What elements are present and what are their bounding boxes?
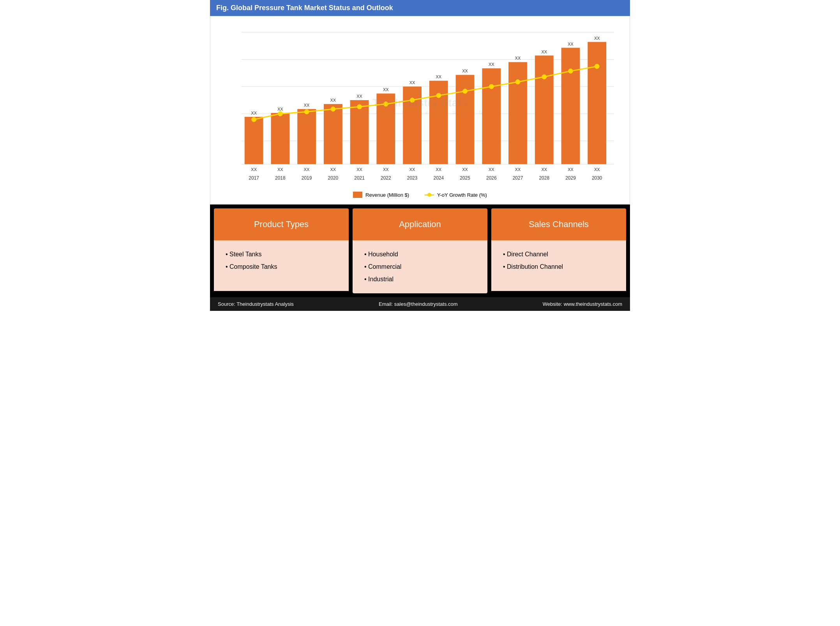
product-types-body: Steel Tanks Composite Tanks (214, 240, 349, 291)
legend-line: Y-oY Growth Rate (%) (425, 192, 487, 198)
svg-point-62 (252, 117, 256, 122)
svg-text:XX: XX (409, 80, 415, 85)
svg-text:XX: XX (462, 69, 468, 73)
info-section: Product Types Steel Tanks Composite Tank… (210, 205, 630, 297)
svg-text:2025: 2025 (460, 175, 470, 181)
svg-point-72 (515, 79, 520, 84)
svg-text:XX: XX (409, 167, 415, 172)
svg-text:XX: XX (489, 62, 494, 67)
svg-rect-42 (482, 68, 501, 164)
header-title: Fig. Global Pressure Tank Market Status … (216, 4, 393, 12)
sales-channels-list: Direct Channel Distribution Channel (503, 248, 614, 273)
svg-text:XX: XX (594, 167, 600, 172)
svg-text:XX: XX (356, 167, 362, 172)
svg-text:2024: 2024 (434, 175, 444, 181)
application-card: Application Household Commercial Industr… (353, 208, 487, 293)
svg-text:XX: XX (277, 167, 283, 172)
svg-point-69 (436, 93, 441, 98)
list-item: Direct Channel (503, 248, 614, 261)
svg-text:XX: XX (568, 42, 574, 46)
svg-text:XX: XX (330, 167, 336, 172)
svg-text:2020: 2020 (328, 175, 339, 181)
list-item: Household (364, 248, 476, 261)
sales-channels-card: Sales Channels Direct Channel Distributi… (491, 208, 626, 293)
svg-text:XX: XX (541, 167, 547, 172)
list-item: Commercial (364, 261, 476, 273)
svg-point-73 (542, 74, 547, 79)
svg-text:XX: XX (304, 167, 310, 172)
chart-area: The Industry Stats m a r k e t r e s e a… (218, 24, 622, 188)
svg-rect-6 (245, 117, 263, 164)
footer-email: Email: sales@theindustrystats.com (379, 301, 458, 307)
svg-point-71 (489, 84, 494, 89)
svg-rect-54 (561, 48, 580, 164)
svg-text:XX: XX (277, 107, 283, 111)
svg-point-67 (383, 102, 388, 106)
svg-rect-58 (588, 42, 606, 164)
svg-rect-46 (508, 62, 527, 164)
svg-rect-50 (535, 56, 554, 164)
svg-text:XX: XX (541, 49, 547, 54)
svg-text:XX: XX (383, 87, 389, 92)
application-header: Application (353, 208, 487, 240)
sales-channels-header: Sales Channels (491, 208, 626, 240)
svg-point-66 (357, 104, 362, 109)
svg-point-64 (304, 109, 309, 114)
svg-point-74 (568, 69, 573, 73)
svg-text:XX: XX (515, 56, 521, 60)
main-chart-svg: XX XX 2017 XX XX 2018 XX XX 2019 XX XX 2… (218, 24, 622, 188)
svg-point-70 (463, 89, 468, 93)
list-item: Industrial (364, 273, 476, 286)
svg-text:2021: 2021 (354, 175, 365, 181)
list-item: Composite Tanks (226, 261, 337, 273)
svg-rect-22 (350, 100, 369, 164)
svg-text:XX: XX (251, 167, 257, 172)
svg-rect-14 (297, 109, 316, 164)
legend-line-label: Y-oY Growth Rate (%) (437, 192, 487, 198)
svg-text:2019: 2019 (302, 175, 312, 181)
svg-text:XX: XX (515, 167, 521, 172)
svg-point-75 (595, 64, 599, 69)
product-types-list: Steel Tanks Composite Tanks (226, 248, 337, 273)
svg-text:XX: XX (462, 167, 468, 172)
svg-text:XX: XX (436, 74, 442, 79)
svg-text:2026: 2026 (486, 175, 497, 181)
legend-bar-label: Revenue (Million $) (365, 192, 409, 198)
legend-bar: Revenue (Million $) (353, 192, 409, 198)
svg-text:2029: 2029 (565, 175, 576, 181)
application-body: Household Commercial Industrial (353, 240, 487, 293)
svg-text:2028: 2028 (539, 175, 549, 181)
list-item: Steel Tanks (226, 248, 337, 261)
svg-text:XX: XX (436, 167, 442, 172)
svg-text:XX: XX (594, 36, 600, 41)
svg-text:2017: 2017 (249, 175, 259, 181)
footer-website: Website: www.theindustrystats.com (543, 301, 622, 307)
svg-text:2022: 2022 (381, 175, 391, 181)
legend-bar-color (353, 192, 362, 198)
chart-legend: Revenue (Million $) Y-oY Growth Rate (%) (218, 188, 622, 200)
svg-text:2023: 2023 (407, 175, 418, 181)
chart-container: The Industry Stats m a r k e t r e s e a… (210, 16, 630, 205)
sales-channels-body: Direct Channel Distribution Channel (491, 240, 626, 291)
footer-source: Source: Theindustrystats Analysis (218, 301, 294, 307)
svg-point-65 (331, 107, 335, 111)
application-list: Household Commercial Industrial (364, 248, 476, 286)
svg-text:XX: XX (489, 167, 494, 172)
svg-text:XX: XX (383, 167, 389, 172)
svg-text:2027: 2027 (513, 175, 523, 181)
legend-line-color (425, 194, 434, 196)
svg-text:XX: XX (251, 111, 257, 115)
list-item: Distribution Channel (503, 261, 614, 273)
svg-text:XX: XX (304, 103, 310, 108)
svg-text:XX: XX (568, 167, 574, 172)
svg-rect-18 (324, 104, 342, 164)
svg-point-63 (278, 111, 282, 116)
footer: Source: Theindustrystats Analysis Email:… (210, 297, 630, 311)
svg-rect-10 (271, 113, 289, 164)
svg-text:XX: XX (356, 94, 362, 99)
svg-rect-38 (456, 75, 475, 164)
page-header: Fig. Global Pressure Tank Market Status … (210, 0, 630, 16)
product-types-card: Product Types Steel Tanks Composite Tank… (214, 208, 349, 293)
svg-text:2018: 2018 (275, 175, 286, 181)
svg-point-68 (410, 98, 415, 102)
